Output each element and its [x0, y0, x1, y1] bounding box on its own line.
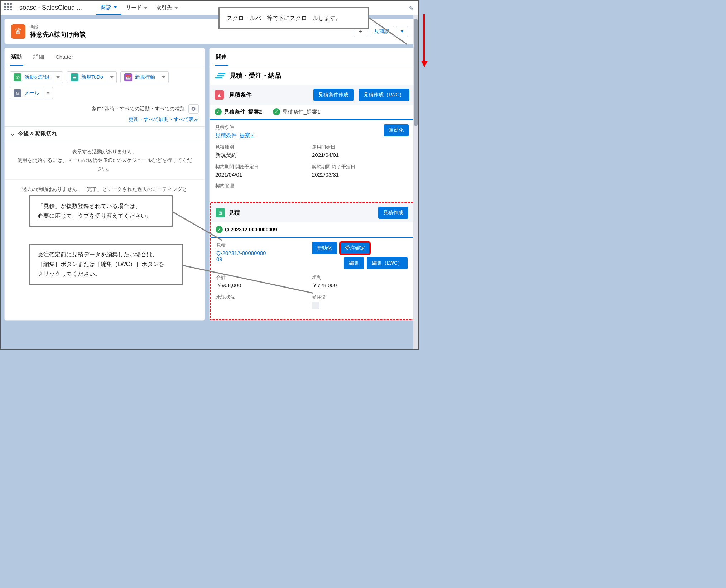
- estimate-lines-icon: [215, 72, 225, 79]
- tab-activity[interactable]: 活動: [10, 49, 23, 66]
- pencil-icon[interactable]: ✎: [409, 5, 415, 11]
- calendar-icon: 📅: [124, 73, 132, 81]
- cond-label: 見積条件: [215, 124, 312, 131]
- phone-icon: ✆: [14, 73, 21, 81]
- mail-icon: ✉: [14, 89, 21, 97]
- check-icon: ✓: [216, 226, 223, 233]
- startdate-label: 運用開始日: [312, 144, 409, 150]
- log-call-button[interactable]: ✆活動の記録: [10, 71, 53, 83]
- related-section-title: 見積・受注・納品: [210, 66, 414, 85]
- cstart-label: 契約期間 開始予定日: [215, 164, 312, 170]
- ordered-checkbox[interactable]: [312, 302, 319, 309]
- mail-button[interactable]: ✉メール: [10, 87, 43, 99]
- task-icon: ☰: [71, 73, 78, 81]
- quote-section: 🗎 見積 見積作成 ✓Q-202312-0000000009 見積 Q-2023…: [210, 202, 414, 320]
- contract-mgmt-label: 契約管理: [215, 183, 409, 189]
- record-type: 商談: [30, 24, 86, 30]
- chevron-down-icon: [114, 6, 117, 8]
- cond-link[interactable]: 見積条件_提案2: [215, 132, 312, 139]
- mail-dropdown[interactable]: [43, 87, 53, 99]
- header-action-dropdown[interactable]: ▾: [396, 26, 408, 37]
- approval-label: 承認状況: [216, 294, 312, 300]
- edit-lwc-button[interactable]: 編集（LWC）: [367, 257, 408, 269]
- document-icon: 🗎: [216, 208, 225, 217]
- nav-tab-opportunity[interactable]: 商談: [96, 1, 121, 15]
- app-name: soasc - SalesCloud ...: [19, 4, 82, 11]
- disable-button[interactable]: 無効化: [384, 124, 409, 136]
- quote-link[interactable]: Q-202312-0000000009: [216, 250, 266, 262]
- profit-label: 粗利: [312, 274, 408, 281]
- new-todo-button[interactable]: ☰新規ToDo: [67, 71, 107, 83]
- quote-disable-button[interactable]: 無効化: [312, 242, 337, 254]
- quote-title: 見積: [229, 209, 240, 217]
- startdate-value: 2021/04/01: [312, 152, 409, 158]
- proposal-tab-2[interactable]: ✓見積条件_提案1: [273, 108, 321, 115]
- confirm-order-button[interactable]: 受注確定: [340, 242, 370, 254]
- related-panel: 関連 見積・受注・納品 ▲ 見積条件 見積条件作成 見積作成（LWC） ✓見積条…: [209, 48, 415, 321]
- chevron-down-icon: [144, 7, 148, 9]
- type-label: 見積種別: [215, 144, 312, 150]
- chevron-down-icon: [174, 7, 178, 9]
- create-quote-lwc-button[interactable]: 見積作成（LWC）: [359, 89, 409, 101]
- log-call-dropdown[interactable]: [53, 71, 63, 83]
- tab-detail[interactable]: 詳細: [32, 49, 45, 66]
- estimate-condition-icon: ▲: [215, 90, 224, 100]
- callout-tabs: 「見積」が複数登録されている場合は、 必要に応じて、タブを切り替えてください。: [29, 195, 173, 227]
- cend-value: 2022/03/31: [312, 172, 409, 178]
- create-quote-button[interactable]: 見積作成: [378, 207, 408, 219]
- upcoming-header[interactable]: ⌄今後 & 期限切れ: [5, 126, 205, 141]
- tab-related[interactable]: 関連: [215, 49, 228, 66]
- estimate-condition-title: 見積条件: [229, 91, 252, 99]
- app-launcher-icon[interactable]: [4, 3, 14, 13]
- profit-value: ￥728,000: [312, 282, 408, 289]
- new-event-button[interactable]: 📅新規行動: [120, 71, 159, 83]
- no-activity-text: 表示する活動がありません。 使用を開始するには、メールの送信や ToDo のスケ…: [5, 141, 205, 180]
- create-condition-button[interactable]: 見積条件作成: [313, 89, 354, 101]
- type-value: 新規契約: [215, 152, 312, 159]
- cend-label: 契約期間 終了予定日: [312, 164, 409, 170]
- proposal-tab-1[interactable]: ✓見積条件_提案2: [215, 108, 262, 115]
- chevron-down-icon: ⌄: [10, 131, 15, 137]
- gear-icon[interactable]: ⚙: [188, 104, 199, 114]
- quote-label: 見積: [216, 242, 312, 249]
- ordered-label: 受注済: [312, 294, 408, 300]
- nav-tab-account[interactable]: 取引先: [152, 1, 182, 14]
- edit-button[interactable]: 編集: [344, 257, 364, 269]
- callout-scroll: スクロールバー等で下にスクロールします。: [218, 7, 369, 29]
- new-todo-dropdown[interactable]: [107, 71, 117, 83]
- opportunity-icon: ♛: [11, 24, 25, 39]
- scrollbar-thumb[interactable]: [414, 19, 418, 126]
- filter-label: 条件: 常時・すべての活動・すべての種別: [92, 106, 185, 112]
- refresh-links[interactable]: 更新・すべて展開・すべて表示: [5, 116, 205, 126]
- cstart-value: 2021/04/01: [215, 172, 312, 178]
- check-icon: ✓: [215, 108, 222, 115]
- scroll-arrow-icon: [421, 14, 428, 67]
- quote-tab[interactable]: ✓Q-202312-0000000009: [211, 222, 413, 238]
- new-event-dropdown[interactable]: [159, 71, 169, 83]
- callout-edit: 受注確定前に見積データを編集したい場合は、 ［編集］ボタンまたは［編集（LWC）…: [29, 244, 183, 285]
- nav-tab-lead[interactable]: リード: [121, 1, 152, 14]
- check-icon: ✓: [273, 108, 280, 115]
- tab-chatter[interactable]: Chatter: [54, 49, 74, 66]
- record-title: 得意先A様向け商談: [30, 30, 86, 39]
